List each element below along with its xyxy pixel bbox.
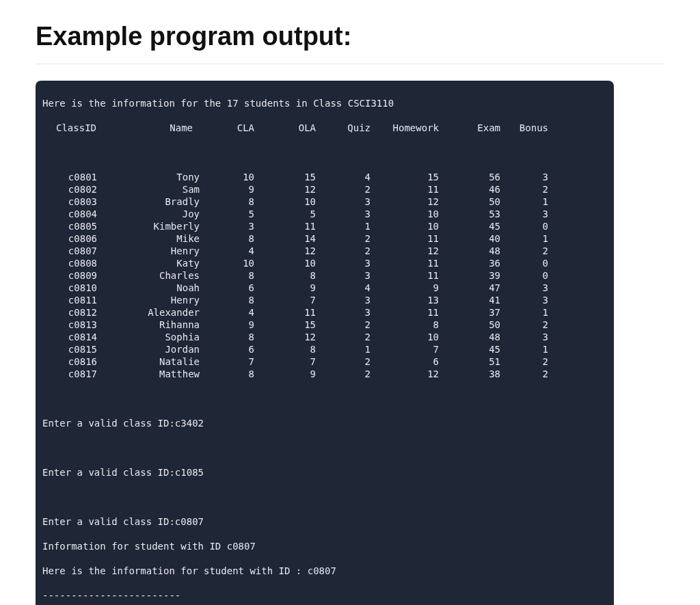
cell-quiz: 2: [316, 355, 371, 368]
cell-exam: 50: [439, 196, 500, 208]
cell-hw: 9: [371, 282, 439, 294]
cell-id: c0804: [42, 208, 104, 220]
cell-id: c0801: [42, 171, 104, 183]
table-row: c0817Matthew89212382: [42, 368, 607, 380]
cell-cla: 10: [200, 257, 254, 269]
cell-cla: 8: [200, 269, 254, 282]
cell-cla: 8: [200, 196, 254, 208]
cell-quiz: 4: [316, 282, 371, 294]
table-row: c0809Charles88311390: [42, 269, 607, 282]
cell-name: Bradly: [104, 196, 200, 208]
cell-bonus: 1: [500, 343, 548, 355]
cell-id: c0812: [42, 306, 104, 319]
cell-quiz: 3: [316, 257, 371, 269]
cell-name: Jordan: [104, 343, 200, 355]
cell-id: c0811: [42, 294, 104, 306]
table-row: c0807Henry412212482: [42, 245, 607, 257]
cell-cla: 6: [200, 343, 254, 355]
cell-quiz: 2: [316, 368, 371, 380]
cell-ola: 9: [254, 282, 316, 294]
cell-exam: 47: [439, 282, 500, 294]
cell-name: Henry: [104, 294, 200, 306]
cell-cla: 8: [200, 232, 254, 245]
cell-quiz: 3: [316, 208, 371, 220]
cell-cla: 9: [200, 183, 254, 196]
table-row: c0806Mike814211401: [42, 232, 607, 245]
table-row: c0814Sophia812210483: [42, 331, 607, 343]
divider: [36, 64, 664, 64]
cell-name: Joy: [104, 208, 200, 220]
table-row: c0813Rihanna91528502: [42, 319, 607, 331]
cell-name: Kimberly: [104, 220, 200, 232]
cell-cla: 4: [200, 306, 254, 319]
cell-name: Mike: [104, 232, 200, 245]
cell-id: c0810: [42, 282, 104, 294]
page-title: Example program output:: [36, 22, 664, 51]
cell-cla: 4: [200, 245, 254, 257]
cell-exam: 39: [439, 269, 500, 282]
cell-ola: 12: [254, 331, 316, 343]
cell-quiz: 2: [316, 245, 371, 257]
cell-quiz: 2: [316, 232, 371, 245]
cell-ola: 7: [254, 355, 316, 368]
cell-quiz: 1: [316, 343, 371, 355]
table-row: c0808Katy1010311360: [42, 257, 607, 269]
cell-hw: 8: [371, 319, 439, 331]
cell-cla: 9: [200, 319, 254, 331]
cell-name: Sam: [104, 183, 200, 196]
cell-hw: 6: [371, 355, 439, 368]
cell-hw: 12: [371, 196, 439, 208]
cell-exam: 48: [439, 331, 500, 343]
col-exam: Exam: [439, 122, 500, 134]
cell-quiz: 2: [316, 331, 371, 343]
cell-bonus: 2: [500, 368, 548, 380]
cell-quiz: 4: [316, 171, 371, 183]
cell-id: c0807: [42, 245, 104, 257]
terminal-output: Here is the information for the 17 stude…: [36, 81, 614, 605]
cell-name: Matthew: [104, 368, 200, 380]
cell-cla: 3: [200, 220, 254, 232]
table-header: ClassIDNameCLAOLAQuizHomeworkExamBonus: [42, 122, 607, 134]
cell-exam: 36: [439, 257, 500, 269]
cell-id: c0813: [42, 319, 104, 331]
cell-bonus: 0: [500, 220, 548, 232]
cell-name: Noah: [104, 282, 200, 294]
prompt-line: Enter a valid class ID:c0807: [42, 515, 607, 528]
detail-header: Here is the information for student with…: [42, 565, 607, 577]
cell-ola: 15: [254, 171, 316, 183]
cell-hw: 11: [371, 232, 439, 245]
cell-bonus: 1: [500, 232, 548, 245]
cell-cla: 8: [200, 368, 254, 380]
cell-bonus: 0: [500, 257, 548, 269]
table-row: c0805Kimberly311110450: [42, 220, 607, 232]
table-row: c0811Henry87313413: [42, 294, 607, 306]
col-bonus: Bonus: [500, 122, 548, 134]
intro-line: Here is the information for the 17 stude…: [42, 97, 607, 109]
table-row: c0801Tony1015415563: [42, 171, 607, 183]
cell-hw: 10: [371, 220, 439, 232]
col-quiz: Quiz: [316, 122, 371, 134]
cell-hw: 12: [371, 245, 439, 257]
cell-id: c0815: [42, 343, 104, 355]
cell-hw: 11: [371, 257, 439, 269]
cell-id: c0806: [42, 232, 104, 245]
cell-name: Henry: [104, 245, 200, 257]
cell-quiz: 2: [316, 319, 371, 331]
cell-bonus: 3: [500, 171, 548, 183]
cell-id: c0817: [42, 368, 104, 380]
col-homework: Homework: [371, 122, 439, 134]
cell-ola: 8: [254, 269, 316, 282]
cell-bonus: 2: [500, 245, 548, 257]
cell-exam: 41: [439, 294, 500, 306]
cell-quiz: 3: [316, 294, 371, 306]
cell-ola: 10: [254, 257, 316, 269]
cell-exam: 46: [439, 183, 500, 196]
table-row: c0815Jordan6817451: [42, 343, 607, 355]
table-row: c0802Sam912211462: [42, 183, 607, 196]
cell-hw: 11: [371, 269, 439, 282]
cell-id: c0803: [42, 196, 104, 208]
cell-bonus: 1: [500, 306, 548, 319]
cell-cla: 5: [200, 208, 254, 220]
cell-id: c0802: [42, 183, 104, 196]
cell-exam: 37: [439, 306, 500, 319]
